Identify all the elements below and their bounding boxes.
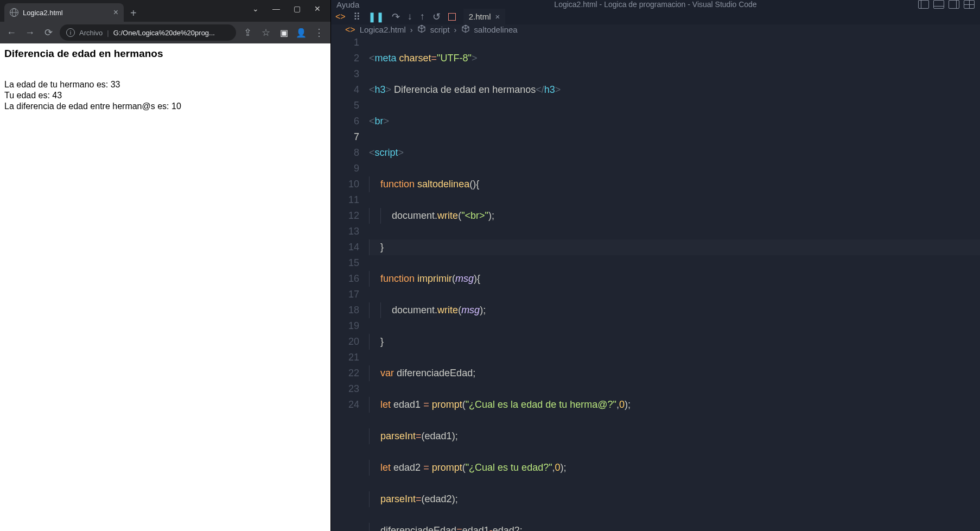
globe-icon [10,8,18,17]
panel-left-icon[interactable] [918,0,929,9]
maximize-icon[interactable]: ▢ [289,2,304,15]
output-line-2: Tu edad es: 43 [4,90,326,101]
page-heading: Diferencia de edad en hermanos [4,48,326,60]
address-bar[interactable]: i Archivo | G:/One/Logica%20de%20prog... [60,24,236,41]
vscode-window: Ayuda Logica2.html - Logica de programac… [331,0,980,531]
output-line-3: La diferencia de edad entre herman@s es:… [4,101,326,112]
editor-tab[interactable]: 2.html × [463,9,506,24]
star-icon[interactable]: ☆ [259,27,273,39]
minimize-icon[interactable]: — [269,2,284,15]
pause-icon[interactable]: ❚❚ [368,11,384,23]
info-icon[interactable]: i [66,28,75,37]
breadcrumb-function[interactable]: saltodelinea [474,25,518,34]
grip-icon[interactable]: ⠿ [353,11,360,23]
panel-right-icon[interactable] [949,0,959,9]
forward-icon[interactable]: → [23,27,37,39]
tab-title: Logica2.html [23,9,63,17]
stop-icon[interactable] [448,13,456,21]
vscode-titlebar: Ayuda Logica2.html - Logica de programac… [331,0,980,9]
chevron-right-icon: › [454,25,457,34]
share-icon[interactable]: ⇪ [240,27,254,39]
breadcrumb-script[interactable]: script [430,25,450,34]
chrome-window: Logica2.html × + ⌄ — ▢ ✕ ← → ⟳ i Archivo… [0,0,331,531]
layout-grid-icon[interactable] [964,0,975,9]
page-content: Diferencia de edad en hermanos La edad d… [0,43,330,531]
step-into-icon[interactable]: ↓ [408,11,412,22]
code-editor[interactable]: 123456789101112131415161718192021222324 … [331,35,980,531]
reload-icon[interactable]: ⟳ [41,27,55,39]
tab-filename: 2.html [469,12,491,21]
panel-bottom-icon[interactable] [933,0,944,9]
code-area[interactable]: <meta charset="UTF-8"> <h3> Diferencia d… [369,35,980,531]
html-icon: <> [345,25,355,35]
symbol-icon [461,24,470,35]
back-icon[interactable]: ← [4,27,18,39]
close-window-icon[interactable]: ✕ [310,2,325,15]
browser-tab[interactable]: Logica2.html × [4,3,124,22]
close-tab-icon[interactable]: × [495,12,500,21]
layout-controls [918,0,975,9]
pipe-divider: | [107,29,109,37]
output-line-1: La edad de tu hermano es: 33 [4,79,326,90]
breadcrumbs[interactable]: <> Logica2.html › script › saltodelinea [331,24,980,35]
url-scheme: Archivo [79,29,103,37]
url-text: G:/One/Logica%20de%20prog... [113,29,215,37]
step-over-icon[interactable]: ↷ [392,11,400,23]
line-gutter: 123456789101112131415161718192021222324 [331,35,369,531]
menu-ayuda[interactable]: Ayuda [336,0,359,9]
new-tab-button[interactable]: + [126,5,141,22]
restart-icon[interactable]: ↺ [432,11,441,23]
chrome-toolbar: ← → ⟳ i Archivo | G:/One/Logica%20de%20p… [0,22,330,43]
window-controls: ⌄ — ▢ ✕ [243,0,330,17]
editor-tab-bar: <> ⠿ ❚❚ ↷ ↓ ↑ ↺ 2.html × [331,9,980,24]
breadcrumb-file[interactable]: Logica2.html [360,25,406,34]
window-title: Logica2.html - Logica de programacion - … [554,0,756,9]
chevron-right-icon: › [410,25,413,34]
chevron-down-icon[interactable]: ⌄ [248,2,263,15]
panel-icon[interactable]: ▣ [277,28,290,38]
symbol-icon [417,24,426,35]
html-icon: <> [335,12,346,22]
step-out-icon[interactable]: ↑ [420,11,425,22]
close-icon[interactable]: × [113,8,118,17]
profile-icon[interactable]: 👤 [295,28,308,38]
chrome-tab-strip: Logica2.html × + ⌄ — ▢ ✕ [0,0,330,22]
menu-icon[interactable]: ⋮ [312,27,326,39]
